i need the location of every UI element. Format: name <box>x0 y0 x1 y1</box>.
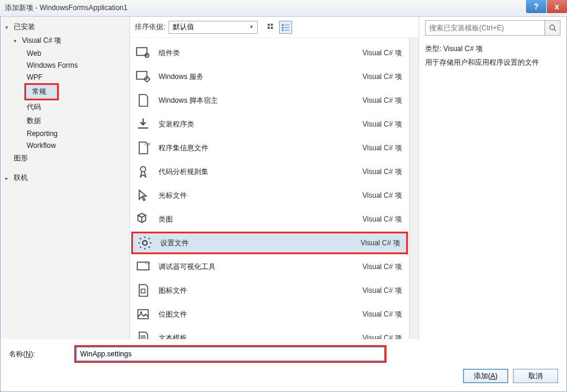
tree-data[interactable]: 数据 <box>1 114 129 128</box>
view-small-icons[interactable] <box>265 21 278 34</box>
template-row[interactable]: 图标文件 Visual C# 项 <box>131 279 408 302</box>
chevron-down-icon: ▾ <box>5 24 11 30</box>
view-details[interactable] <box>279 21 292 34</box>
help-button[interactable]: ? <box>526 0 546 13</box>
tree-label: WPF <box>27 73 43 81</box>
type-value: Visual C# 项 <box>444 45 483 53</box>
template-cat: Visual C# 项 <box>363 167 402 177</box>
service-icon <box>134 67 153 86</box>
title-bar: 添加新项 - WindowsFormsApplication1 ? x <box>0 0 567 17</box>
template-row[interactable]: C# 调试器可视化工具 Visual C# 项 <box>131 255 408 278</box>
template-cat: Visual C# 项 <box>363 119 402 129</box>
template-list[interactable]: 组件类 Visual C# 项 Windows 服务 Visual C# 项 W… <box>130 38 409 339</box>
svg-rect-20 <box>138 309 148 318</box>
template-row[interactable]: 位图文件 Visual C# 项 <box>131 303 408 325</box>
list-toolbar: 排序依据: 默认值 ▼ <box>130 17 419 38</box>
tree-graphics[interactable]: 图形 <box>1 151 129 165</box>
template-row[interactable]: 文本模板 Visual C# 项 <box>131 327 408 339</box>
icon-file-icon <box>134 281 153 300</box>
scrollbar[interactable] <box>409 38 419 339</box>
tree-installed[interactable]: ▾ 已安装 <box>1 20 129 34</box>
chevron-down-icon: ▼ <box>249 24 254 30</box>
ruleset-icon <box>134 162 153 181</box>
svg-rect-19 <box>141 289 145 293</box>
tree-reporting[interactable]: Reporting <box>1 128 129 140</box>
tree-label: 代码 <box>27 102 41 112</box>
component-icon <box>134 43 153 62</box>
tree-workflow[interactable]: Workflow <box>1 140 129 151</box>
tree-label: 数据 <box>27 116 41 126</box>
template-row[interactable]: Windows 服务 Visual C# 项 <box>131 65 408 88</box>
cancel-button[interactable]: 取消 <box>513 369 558 383</box>
sort-combo[interactable]: 默认值 ▼ <box>169 21 258 34</box>
class-diagram-icon <box>134 210 153 229</box>
svg-point-15 <box>141 166 146 172</box>
svg-rect-0 <box>268 23 270 26</box>
template-row[interactable]: 安装程序类 Visual C# 项 <box>131 113 408 135</box>
search-button[interactable] <box>545 20 560 36</box>
tree-wpf[interactable]: WPF <box>1 71 129 83</box>
search-icon <box>549 24 557 32</box>
template-cat: Visual C# 项 <box>363 96 402 106</box>
template-name: 图标文件 <box>159 286 363 296</box>
template-name: 安装程序类 <box>159 119 363 129</box>
template-row[interactable]: C# 程序集信息文件 Visual C# 项 <box>131 137 408 159</box>
close-button[interactable]: x <box>547 0 567 13</box>
name-input[interactable] <box>76 347 385 361</box>
svg-rect-4 <box>282 24 284 26</box>
text-template-icon <box>134 328 153 339</box>
chevron-down-icon: ▾ <box>14 38 20 44</box>
template-row-selected[interactable]: 设置文件 Visual C# 项 <box>131 232 408 254</box>
template-row[interactable]: Windows 脚本宿主 Visual C# 项 <box>131 89 408 112</box>
tree-web[interactable]: Web <box>1 48 129 59</box>
type-line: 类型: Visual C# 项 <box>425 44 560 54</box>
installer-icon <box>134 115 153 134</box>
template-name: 类图 <box>159 214 363 225</box>
template-name: 文本模板 <box>159 333 363 340</box>
svg-text:C#: C# <box>144 141 150 147</box>
tree-general[interactable]: 常规 <box>24 83 59 100</box>
tree-winforms[interactable]: Windows Forms <box>1 59 129 71</box>
description: 用于存储用户和应用程序设置的文件 <box>425 58 560 68</box>
tree-label: Web <box>27 49 41 58</box>
template-name: 设置文件 <box>160 238 361 248</box>
window-title: 添加新项 - WindowsFormsApplication1 <box>5 3 128 13</box>
svg-point-16 <box>142 241 147 245</box>
category-tree[interactable]: ▾ 已安装 ▾ Visual C# 项 Web Windows Forms WP… <box>1 17 130 339</box>
template-name: 调试器可视化工具 <box>159 262 363 272</box>
template-row[interactable]: 类图 Visual C# 项 <box>131 208 408 230</box>
bitmap-icon <box>134 305 153 324</box>
search-input[interactable] <box>425 20 545 36</box>
template-name: 程序集信息文件 <box>159 143 363 153</box>
template-name: 组件类 <box>159 48 363 58</box>
assembly-info-icon: C# <box>134 138 153 157</box>
template-cat: Visual C# 项 <box>363 309 402 320</box>
tree-label: Reporting <box>27 129 58 138</box>
svg-line-23 <box>554 29 556 31</box>
svg-rect-9 <box>285 30 290 30</box>
tree-online[interactable]: ▸ 联机 <box>1 171 129 185</box>
tree-label: Windows Forms <box>27 61 78 69</box>
tree-csharp[interactable]: ▾ Visual C# 项 <box>1 34 129 48</box>
template-cat: Visual C# 项 <box>363 262 402 272</box>
template-cat: Visual C# 项 <box>363 191 402 201</box>
svg-point-22 <box>550 25 555 30</box>
sort-label: 排序依据: <box>135 22 165 32</box>
tree-label: 已安装 <box>14 22 35 32</box>
script-icon <box>134 91 153 110</box>
template-row[interactable]: 光标文件 Visual C# 项 <box>131 184 408 207</box>
svg-rect-1 <box>271 23 273 26</box>
template-cat: Visual C# 项 <box>363 143 402 153</box>
tree-code[interactable]: 代码 <box>1 100 129 114</box>
template-cat: Visual C# 项 <box>361 238 400 248</box>
name-label: 名称(N): <box>9 349 74 359</box>
tree-label: 图形 <box>14 153 28 163</box>
template-cat: Visual C# 项 <box>363 286 402 296</box>
svg-rect-6 <box>282 27 284 29</box>
template-cat: Visual C# 项 <box>363 214 402 225</box>
template-name: 代码分析规则集 <box>159 167 363 177</box>
template-name: 位图文件 <box>159 309 363 320</box>
template-row[interactable]: 组件类 Visual C# 项 <box>131 42 408 64</box>
template-row[interactable]: 代码分析规则集 Visual C# 项 <box>131 160 408 183</box>
add-button[interactable]: 添加(A) <box>463 369 508 383</box>
